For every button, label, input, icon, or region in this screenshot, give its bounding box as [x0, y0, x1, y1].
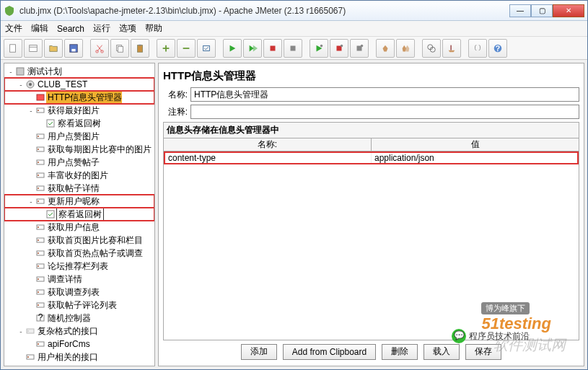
tree-handle-icon[interactable]	[27, 288, 35, 296]
stop-button[interactable]	[263, 39, 282, 58]
tree-item[interactable]: 丰富收好的图片	[4, 169, 154, 182]
tree-handle-icon[interactable]	[27, 146, 35, 154]
tree-item[interactable]: 用户相关的接口	[4, 351, 154, 364]
cut-button[interactable]	[90, 39, 109, 58]
tree-handle-icon[interactable]	[38, 211, 45, 219]
clear-button[interactable]	[376, 39, 395, 58]
maximize-button[interactable]: ▢	[531, 4, 553, 17]
tree-item-label: 用户点赞帖子	[46, 157, 100, 169]
tree-handle-icon[interactable]	[27, 250, 35, 257]
tree-handle-icon[interactable]	[27, 263, 35, 270]
tree-handle-icon[interactable]	[27, 224, 35, 232]
name-input[interactable]	[190, 87, 579, 102]
remote-stop-button[interactable]	[330, 39, 348, 58]
tree-handle-icon[interactable]	[27, 133, 35, 141]
tree-item[interactable]: 用户点赞帖子	[4, 156, 154, 169]
tree-item[interactable]: - 测试计划	[4, 65, 154, 78]
remote-start-button[interactable]	[310, 39, 328, 58]
tree-handle-icon[interactable]	[27, 159, 35, 167]
tree-item[interactable]: 获取用户信息	[4, 221, 154, 234]
tree-item[interactable]: 获取帖子详情	[4, 182, 154, 195]
tree-item[interactable]: 察看返回树	[4, 208, 154, 221]
cell-value[interactable]: application/json	[372, 153, 577, 163]
tree-item[interactable]: HTTP信息头管理器	[4, 91, 154, 104]
tree-item[interactable]: 获取首页热点帖子或调查	[4, 247, 154, 260]
tree-handle-icon[interactable]: -	[17, 327, 25, 335]
tree-handle-icon[interactable]	[27, 237, 35, 245]
tree-handle-icon[interactable]: -	[7, 68, 14, 76]
save-headers-button[interactable]: 保存	[465, 344, 501, 360]
menu-file[interactable]: 文件	[5, 22, 22, 35]
menu-search[interactable]: Search	[57, 24, 84, 34]
tree-item[interactable]: 调查详情	[4, 273, 154, 286]
tree-handle-icon[interactable]: -	[27, 198, 35, 206]
tree-item[interactable]: 获取每期图片比赛中的图片	[4, 143, 154, 156]
menu-options[interactable]: 选项	[119, 22, 136, 35]
expand-button[interactable]	[157, 39, 175, 58]
delete-button[interactable]: 删除	[382, 344, 418, 360]
search-button[interactable]	[422, 39, 441, 58]
tree-handle-icon[interactable]	[7, 366, 14, 367]
tree-item[interactable]: 论坛推荐栏列表	[4, 260, 154, 273]
tree-handle-icon[interactable]	[27, 172, 35, 180]
tree-item[interactable]: 用户点赞图片	[4, 130, 154, 143]
load-button[interactable]: 载入	[424, 344, 460, 360]
svg-point-68	[27, 356, 29, 358]
tree-handle-icon[interactable]: -	[27, 107, 35, 115]
open-button[interactable]	[44, 39, 63, 58]
collapse-button[interactable]	[177, 39, 196, 58]
tree-handle-icon[interactable]	[17, 353, 25, 361]
close-button[interactable]: ✕	[553, 4, 584, 17]
start-no-pause-button[interactable]	[243, 39, 262, 58]
new-file-button[interactable]	[4, 39, 22, 58]
templates-button[interactable]	[24, 39, 43, 58]
tree-item[interactable]: 获取调查列表	[4, 286, 154, 299]
tree-item[interactable]: - 更新用户昵称	[4, 195, 154, 208]
reset-search-button[interactable]	[442, 39, 461, 58]
help-button[interactable]: ?	[488, 39, 507, 58]
copy-button[interactable]	[110, 39, 129, 58]
toggle-button[interactable]	[197, 39, 216, 58]
tree-item[interactable]: - 复杂格式的接口	[4, 325, 154, 338]
remote-shutdown-button[interactable]	[350, 39, 369, 58]
tree-item[interactable]: - CLUB_TEST	[4, 78, 154, 91]
table-row[interactable]: content-type application/json	[164, 151, 579, 164]
menu-edit[interactable]: 编辑	[31, 22, 48, 35]
svg-point-32	[38, 110, 39, 111]
tree-handle-icon[interactable]	[27, 276, 35, 283]
menu-help[interactable]: 帮助	[145, 22, 162, 35]
tree-handle-icon[interactable]	[27, 314, 35, 322]
tree-node-icon	[35, 157, 46, 167]
tree-node-icon	[35, 196, 46, 206]
tree-handle-icon[interactable]	[27, 94, 35, 102]
headers-grid[interactable]: 名称: 值 content-type application/json	[163, 138, 579, 340]
comment-input[interactable]	[190, 105, 579, 119]
tree-item[interactable]: - 获得最好图片	[4, 104, 154, 117]
tree-item[interactable]: 察看返回树	[4, 117, 154, 130]
tree-item[interactable]: 获取帖子评论列表	[4, 299, 154, 312]
tree-item[interactable]: ? 随机控制器	[4, 312, 154, 325]
tree-handle-icon[interactable]	[27, 301, 35, 309]
test-plan-tree[interactable]: - 测试计划 - CLUB_TEST HTTP信息头管理器 - 获得最好图片 察…	[4, 63, 155, 366]
tree-node-icon	[35, 248, 46, 258]
tree-item[interactable]: apiForCms	[4, 338, 154, 351]
cell-name[interactable]: content-type	[165, 153, 372, 163]
minimize-button[interactable]: —	[509, 4, 531, 17]
clear-all-button[interactable]	[396, 39, 415, 58]
add-button[interactable]: 添加	[241, 344, 277, 360]
tree-item[interactable]: 工作台	[4, 364, 154, 366]
panel-title: HTTP信息头管理器	[163, 66, 579, 87]
tree-handle-icon[interactable]: -	[17, 81, 25, 89]
tree-handle-icon[interactable]	[38, 120, 45, 128]
tree-handle-icon[interactable]	[27, 340, 35, 348]
save-button[interactable]	[64, 39, 83, 58]
paste-button[interactable]	[131, 39, 149, 58]
start-button[interactable]	[223, 39, 242, 58]
shutdown-button[interactable]	[284, 39, 302, 58]
menu-run[interactable]: 运行	[93, 22, 110, 35]
tree-handle-icon[interactable]	[27, 185, 35, 193]
function-helper-button[interactable]	[468, 39, 487, 58]
tree-item[interactable]: 获取首页图片比赛和栏目	[4, 234, 154, 247]
svg-point-29	[29, 83, 32, 86]
add-clipboard-button[interactable]: Add from Clipboard	[283, 344, 376, 360]
